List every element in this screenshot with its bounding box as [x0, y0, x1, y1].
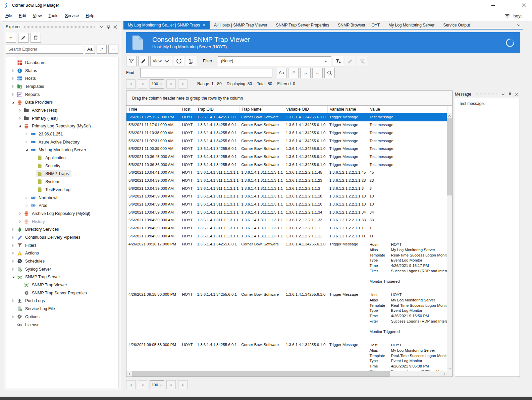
menu-item-edit[interactable]: Edit — [15, 12, 30, 20]
first-page-button[interactable]: |< — [126, 79, 136, 89]
tree-item-primary-log-repository-mysql[interactable]: Primary Log Repository (MySql) — [6, 122, 118, 130]
view-dropdown[interactable]: View — [150, 56, 172, 66]
expander-collapsed-icon[interactable] — [17, 220, 23, 224]
tree-item-testeventlog[interactable]: TestEventLog — [6, 186, 118, 194]
tree-item-directory-services[interactable]: Directory Services — [6, 225, 118, 233]
column-header-time[interactable]: Time — [126, 106, 180, 113]
scroll-up-icon[interactable] — [448, 113, 451, 118]
menu-item-view[interactable]: View — [30, 12, 45, 20]
tree-item-schedules[interactable]: Schedules — [6, 257, 118, 265]
add-item-button[interactable]: + — [6, 33, 16, 43]
vertical-scroll-thumb[interactable] — [447, 118, 452, 195]
trap-row[interactable]: 5/6/2021 12:51:37.000 PMHOYT1.3.6.1.4.1.… — [126, 113, 447, 121]
tree-item-prod[interactable]: Prod — [6, 202, 118, 210]
tree-item-history[interactable]: History — [6, 218, 118, 226]
tab-close-icon[interactable]: × — [203, 23, 205, 27]
tree-item-snmp-traps[interactable]: SNMP Traps — [6, 170, 118, 178]
trap-row[interactable]: 4/26/2021 09:16:17.000 PMHOYT1.3.6.1.4.1… — [126, 240, 447, 291]
next-page-button[interactable]: > — [166, 380, 176, 389]
expander-collapsed-icon[interactable] — [17, 108, 23, 112]
tree-item-23-96-81-251[interactable]: 23.96.81.251 — [6, 130, 118, 138]
panel-menu-chevron-icon[interactable] — [98, 24, 105, 30]
tree-item-status[interactable]: Status — [6, 67, 118, 75]
expander-collapsed-icon[interactable] — [23, 196, 30, 200]
trap-row[interactable]: 5/6/2021 10:04:39.000 AMHOYT1.3.6.1.4.1.… — [126, 217, 447, 225]
next-page-button[interactable]: > — [166, 79, 176, 89]
tree-item-options[interactable]: Options — [6, 313, 118, 321]
page-size-select[interactable]: 100 — [150, 79, 164, 89]
add-filter-button[interactable] — [333, 56, 343, 66]
trap-row[interactable]: 5/6/2021 11:10:38.000 AMHOYT1.3.6.1.4.1.… — [126, 129, 447, 137]
pin-icon[interactable] — [105, 24, 112, 30]
last-page-button[interactable]: >| — [178, 380, 188, 389]
tab-overflow-chevron-icon[interactable] — [517, 21, 523, 29]
tree-item-primary-test[interactable]: Primary (Test) — [6, 114, 118, 122]
expander-expanded-icon[interactable] — [17, 124, 23, 128]
page-size-select[interactable]: 100 — [150, 380, 164, 389]
tree-item-filters[interactable]: Filters — [6, 241, 118, 249]
expander-collapsed-icon[interactable] — [10, 93, 16, 97]
horizontal-scrollbar[interactable] — [126, 371, 452, 377]
tab-snmp-trap-server-properties[interactable]: SNMP Trap Server Properties — [272, 21, 334, 29]
panel-drag-handle[interactable] — [24, 26, 95, 28]
expander-expanded-icon[interactable] — [10, 100, 16, 104]
tree-item-snmp-trap-server-properties[interactable]: SNMP Trap Server Properties — [6, 289, 118, 297]
tree-item-archive-test[interactable]: Archive (Test) — [6, 106, 118, 114]
tree-item-azure-active-directory[interactable]: Azure Active Directory — [6, 138, 118, 146]
filter-select[interactable]: (None) — [218, 56, 331, 66]
tree-item-snmp-trap-server[interactable]: SNMP Trap Server — [6, 273, 118, 281]
find-regex-button[interactable]: .* — [288, 68, 299, 78]
expander-collapsed-icon[interactable] — [10, 267, 16, 271]
search-input[interactable] — [6, 45, 83, 54]
expander-collapsed-icon[interactable] — [17, 116, 23, 120]
search-go-button[interactable]: → — [108, 45, 118, 54]
previous-page-button[interactable]: < — [138, 380, 147, 389]
tree-item-hosts[interactable]: Hosts — [6, 74, 118, 82]
expander-collapsed-icon[interactable] — [10, 251, 16, 255]
trap-row[interactable]: 5/6/2021 10:04:39.000 AMHOYT1.3.6.1.4.1.… — [126, 201, 447, 209]
scroll-right-icon[interactable] — [441, 373, 447, 376]
column-header-host[interactable]: Host — [180, 106, 195, 113]
trap-row[interactable]: 5/6/2021 10:04:39.000 AMHOYT1.3.6.1.4.1.… — [126, 225, 447, 233]
scroll-left-icon[interactable] — [126, 373, 132, 376]
column-header-variable-oid[interactable]: Variable OID — [284, 106, 328, 113]
pin-icon[interactable] — [507, 91, 513, 97]
menu-item-tools[interactable]: Tools — [45, 12, 62, 20]
expander-collapsed-icon[interactable] — [10, 69, 16, 73]
tree-item-snmp-trap-viewer[interactable]: SNMP Trap Viewer — [6, 281, 118, 289]
edit-filter-button[interactable] — [345, 56, 355, 66]
find-next-button[interactable]: → — [300, 68, 311, 78]
column-header-trap-oid[interactable]: Trap OID — [195, 106, 240, 113]
maximize-button[interactable] — [501, 0, 516, 10]
copy-button[interactable] — [186, 56, 196, 66]
delete-item-button[interactable] — [31, 33, 41, 43]
expander-collapsed-icon[interactable] — [10, 84, 16, 89]
expander-collapsed-icon[interactable] — [23, 140, 30, 144]
column-header-trap-name[interactable]: Trap Name — [240, 106, 284, 113]
minimize-button[interactable] — [485, 0, 501, 10]
tab-my-log-monitoring-se-er-snmp-traps[interactable]: My Log Monitoring Se...er | SNMP Traps× — [123, 21, 210, 29]
tree-item-actions[interactable]: Actions — [6, 249, 118, 258]
find-previous-button[interactable]: ← — [312, 68, 323, 78]
tree-item-license[interactable]: License — [6, 321, 118, 329]
panel-menu-chevron-icon[interactable] — [500, 91, 507, 97]
scroll-down-icon[interactable] — [448, 366, 451, 371]
tree-item-security[interactable]: Security — [6, 162, 118, 170]
panel-drag-handle[interactable] — [474, 93, 497, 96]
trap-row[interactable]: 5/6/2021 10:04:39.000 AMHOYT1.3.6.1.4.1.… — [126, 232, 447, 240]
trap-row[interactable]: 5/6/2021 10:04:41.000 AMHOYT1.3.6.1.4.1.… — [126, 169, 447, 177]
find-search-button[interactable] — [324, 68, 335, 78]
find-match-case-button[interactable]: Aa — [276, 68, 286, 78]
expander-collapsed-icon[interactable] — [23, 204, 30, 208]
trap-row[interactable]: 5/6/2021 11:07:31.000 AMHOYT1.3.6.1.4.1.… — [126, 137, 447, 145]
trap-row[interactable]: 5/6/2021 11:17:01.000 AMHOYT1.3.6.1.4.1.… — [126, 121, 447, 129]
tab-service-output[interactable]: Service Output — [439, 21, 474, 29]
clear-filter-button[interactable] — [357, 56, 367, 66]
menu-item-file[interactable]: File — [2, 12, 15, 20]
tree-item-templates[interactable]: Templates — [6, 82, 118, 91]
tree-item-service-log-file[interactable]: Service Log File — [6, 305, 118, 313]
tree-item-push-logs[interactable]: Push Logs — [6, 297, 118, 305]
expander-collapsed-icon[interactable] — [10, 315, 16, 319]
trap-row[interactable]: 5/6/2021 10:36:36.000 AMHOYT1.3.6.1.4.1.… — [126, 161, 447, 169]
vertical-scrollbar[interactable] — [447, 113, 452, 371]
